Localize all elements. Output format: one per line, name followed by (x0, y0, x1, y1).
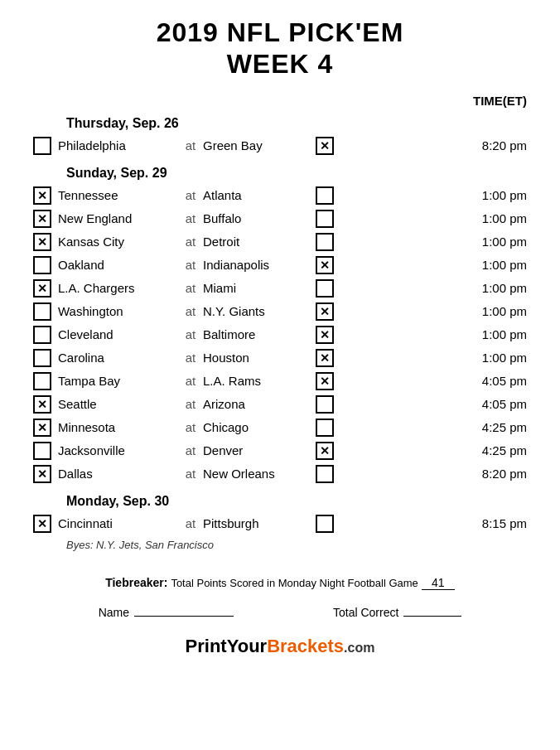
table-row: New England at Buffalo 1:00 pm (33, 207, 527, 230)
tiebreaker-label: Tiebreaker: (105, 576, 167, 589)
team2-checkbox[interactable] (316, 302, 334, 321)
team1-checkbox-0-0[interactable] (33, 137, 51, 155)
team2-checkbox[interactable] (316, 210, 334, 228)
team2-name: Chicago (203, 420, 311, 434)
game-time: 1:00 pm (465, 327, 527, 341)
table-row: Tampa Bay at L.A. Rams 4:05 pm (33, 370, 527, 393)
total-correct-input[interactable] (403, 602, 461, 617)
game-time: 1:00 pm (465, 188, 527, 202)
team2-name: Baltimore (203, 327, 311, 341)
section-thursday: Thursday, Sep. 26 Philadelphia at Green … (33, 116, 527, 157)
team2-checkbox[interactable] (316, 515, 334, 533)
team1-checkbox[interactable] (33, 186, 51, 205)
game-time: 1:00 pm (465, 211, 527, 225)
section-sunday: Sunday, Sep. 29 Tennessee at Atlanta 1:0… (33, 166, 527, 486)
game-time: 4:05 pm (465, 397, 527, 411)
team1-name: Minnesota (58, 420, 178, 434)
name-input[interactable] (134, 602, 234, 617)
tiebreaker-answer[interactable]: 41 (422, 576, 455, 590)
game-time: 1:00 pm (465, 258, 527, 272)
team2-checkbox[interactable] (316, 419, 334, 437)
game-time: 1:00 pm (465, 235, 527, 249)
footer: PrintYourBrackets.com (25, 636, 535, 657)
team2-name: Green Bay (203, 138, 311, 152)
team1-name: Kansas City (58, 235, 178, 249)
team1-checkbox[interactable] (33, 279, 51, 298)
team2-checkbox[interactable] (316, 256, 334, 274)
brand-accent: Brackets (267, 636, 344, 656)
team1-checkbox[interactable] (33, 302, 51, 321)
team2-checkbox[interactable] (316, 465, 334, 483)
games-container: TIME(ET) Thursday, Sep. 26 Philadelphia … (25, 94, 535, 551)
team2-name: Houston (203, 351, 311, 365)
team2-name: Buffalo (203, 211, 311, 225)
team1-name: Philadelphia (58, 138, 178, 152)
table-row: Cincinnati at Pittsburgh 8:15 pm (33, 512, 527, 535)
team2-checkbox[interactable] (316, 372, 334, 390)
table-row: Carolina at Houston 1:00 pm (33, 346, 527, 370)
table-row: Tennessee at Atlanta 1:00 pm (33, 184, 527, 207)
team1-checkbox[interactable] (33, 349, 51, 367)
team1-name: Washington (58, 304, 178, 318)
team1-checkbox[interactable] (33, 326, 51, 344)
team1-name: Jacksonville (58, 443, 178, 457)
table-row: L.A. Chargers at Miami 1:00 pm (33, 277, 527, 300)
section-header-thursday: Thursday, Sep. 26 (66, 116, 527, 131)
team1-name: Carolina (58, 351, 178, 365)
team2-name: Indianapolis (203, 258, 311, 272)
total-correct-field: Total Correct (333, 602, 461, 619)
team2-checkbox-0-0[interactable] (316, 137, 334, 155)
team1-checkbox[interactable] (33, 372, 51, 390)
table-row: Dallas at New Orleans 8:20 pm (33, 462, 527, 486)
team2-name: L.A. Rams (203, 374, 311, 388)
team2-name: Detroit (203, 235, 311, 249)
team1-checkbox[interactable] (33, 395, 51, 414)
table-row: Washington at N.Y. Giants 1:00 pm (33, 300, 527, 323)
game-time: 8:20 pm (465, 138, 527, 152)
team2-name: Pittsburgh (203, 516, 311, 530)
team2-name: Denver (203, 443, 311, 457)
team2-checkbox[interactable] (316, 442, 334, 460)
team1-checkbox[interactable] (33, 515, 51, 533)
tiebreaker-description: Total Points Scored in Monday Night Foot… (171, 577, 418, 589)
page-title: 2019 NFL PICK'EM WEEK 4 (25, 17, 535, 80)
team1-name: Seattle (58, 397, 178, 411)
game-time: 4:05 pm (465, 374, 527, 388)
team1-checkbox[interactable] (33, 442, 51, 460)
section-header-monday: Monday, Sep. 30 (66, 494, 527, 509)
table-row: Minnesota at Chicago 4:25 pm (33, 416, 527, 439)
game-time: 1:00 pm (465, 351, 527, 365)
team2-name: New Orleans (203, 467, 311, 481)
game-time: 1:00 pm (465, 304, 527, 318)
game-time: 1:00 pm (465, 281, 527, 295)
team2-checkbox[interactable] (316, 349, 334, 367)
team1-name: Tennessee (58, 188, 178, 202)
game-time: 8:20 pm (465, 467, 527, 481)
team1-checkbox[interactable] (33, 210, 51, 228)
team1-checkbox[interactable] (33, 465, 51, 483)
section-monday: Monday, Sep. 30 Cincinnati at Pittsburgh… (33, 494, 527, 535)
table-row: Jacksonville at Denver 4:25 pm (33, 439, 527, 462)
team2-name: Atlanta (203, 188, 311, 202)
game-time: 4:25 pm (465, 443, 527, 457)
game-time: 4:25 pm (465, 420, 527, 434)
team1-name: L.A. Chargers (58, 281, 178, 295)
time-header: TIME(ET) (33, 94, 527, 108)
team2-name: Miami (203, 281, 311, 295)
brand-main: PrintYour (186, 636, 268, 656)
team2-checkbox[interactable] (316, 326, 334, 344)
team2-checkbox[interactable] (316, 186, 334, 205)
team1-checkbox[interactable] (33, 419, 51, 437)
team2-checkbox[interactable] (316, 395, 334, 414)
team1-name: Cleveland (58, 327, 178, 341)
team1-checkbox[interactable] (33, 256, 51, 274)
team2-checkbox[interactable] (316, 279, 334, 298)
table-row: Cleveland at Baltimore 1:00 pm (33, 323, 527, 346)
team1-name: Tampa Bay (58, 374, 178, 388)
section-header-sunday: Sunday, Sep. 29 (66, 166, 527, 181)
team1-checkbox[interactable] (33, 233, 51, 251)
team1-name: Cincinnati (58, 516, 178, 530)
team2-checkbox[interactable] (316, 233, 334, 251)
team2-name: N.Y. Giants (203, 304, 311, 318)
byes-text: Byes: N.Y. Jets, San Francisco (66, 539, 527, 551)
